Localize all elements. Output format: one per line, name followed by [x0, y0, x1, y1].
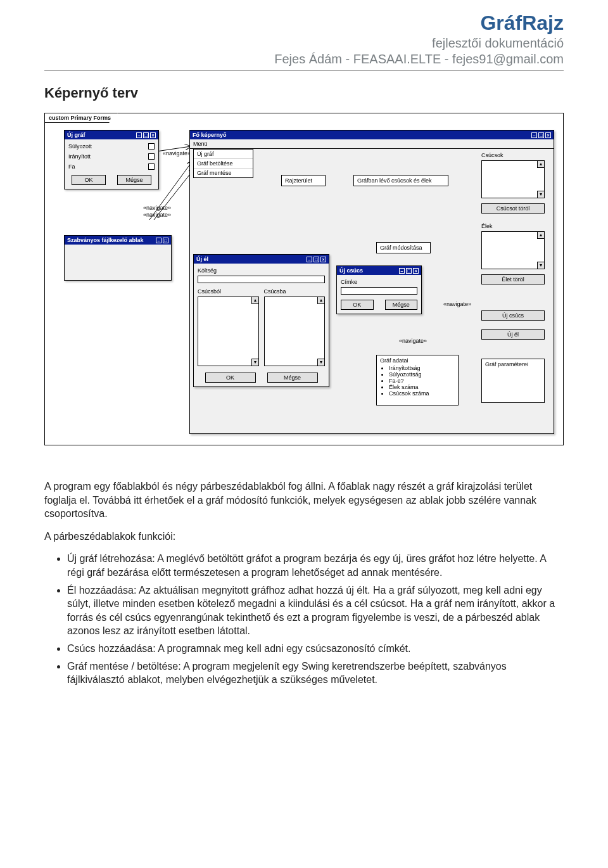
diagram-frame: custom Primary Forms [44, 113, 564, 445]
graf-adatai-item: Csúcsok száma [389, 390, 455, 397]
elek-label: Élek [481, 223, 493, 229]
graf-adatai-item: Irányítottság [389, 365, 455, 371]
list-item: Él hozzáadása: Az aktuálisan megnyitott … [67, 584, 564, 638]
uj-el-ok-button[interactable]: OK [205, 373, 256, 383]
paragraph-funcs-heading: A párbeszédablakok funkciói: [44, 530, 564, 544]
scroll-down-icon[interactable]: ▾ [317, 359, 325, 366]
elek-listbox[interactable]: ▴ ▾ [481, 231, 545, 269]
window-controls[interactable]: –□× [398, 267, 419, 274]
dialog-uj-csucs: Új csúcs –□× Címke OK Mégse [336, 265, 422, 314]
opt-sulyozott-label: Súlyozott [68, 143, 92, 150]
opt-fa-label: Fa [68, 163, 75, 170]
paragraph-intro: A program egy főablakból és négy párbesz… [44, 480, 564, 521]
elet-torol-button[interactable]: Élet töröl [481, 274, 545, 284]
graf-adatai-box: Gráf adatai Irányítottság Súlyozottság F… [376, 355, 459, 405]
dialog-uj-el-title: Új él [196, 256, 208, 262]
body-text: A program egy főablakból és négy párbesz… [44, 480, 564, 687]
navigate-label: «navigate» [399, 338, 427, 344]
cimke-input[interactable] [341, 287, 417, 295]
doc-author: Fejes Ádám - FEASAAI.ELTE - fejes91@gmai… [44, 52, 564, 67]
dialog-uj-graf-title: Új gráf [67, 132, 86, 138]
uj-csucs-cancel-button[interactable]: Mégse [385, 300, 418, 310]
scroll-down-icon[interactable]: ▾ [251, 359, 259, 366]
scroll-down-icon[interactable]: ▾ [537, 191, 545, 198]
frame-tab: custom Primary Forms [44, 113, 118, 123]
doc-header: GráfRajz fejlesztői dokumentáció Fejes Á… [44, 11, 564, 67]
dialog-uj-el: Új él –□× Költség Csúcsból ▴ ▾ Csúcsba [193, 254, 329, 387]
list-item: Gráf mentése / betöltése: A program megj… [67, 660, 564, 687]
csucsok-label: Csúcsok [481, 152, 504, 158]
csucsot-torol-button[interactable]: Csúcsot töröl [481, 203, 545, 214]
menu-item-uj-graf[interactable]: Új gráf [194, 150, 253, 159]
uj-graf-cancel-button[interactable]: Mégse [117, 175, 151, 185]
doc-subtitle: fejlesztői dokumentáció [44, 36, 564, 51]
navigate-label: «navigate» [143, 205, 171, 211]
window-controls[interactable]: –□× [530, 132, 551, 138]
dialog-file-title: Szabványos fájlkezelő ablak [67, 237, 144, 243]
graf-adatai-item: Élek száma [389, 384, 455, 390]
list-item: Új gráf létrehozása: A meglévő betöltött… [67, 552, 564, 579]
doc-title: GráfRajz [44, 11, 564, 35]
uj-graf-ok-button[interactable]: OK [72, 175, 106, 185]
window-controls[interactable]: –□× [305, 256, 326, 262]
csucsbol-label: Csúcsból [198, 288, 259, 295]
graf-parameterei-box: Gráf paraméterei [481, 359, 545, 403]
window-controls[interactable]: –□ [155, 237, 168, 243]
scroll-up-icon[interactable]: ▴ [537, 231, 545, 239]
dialog-uj-csucs-title: Új csúcs [339, 267, 363, 274]
dialog-uj-graf: Új gráf –□× Súlyozott Irányított Fa OK M… [64, 130, 159, 189]
window-controls[interactable]: –□× [135, 132, 156, 138]
menu-bar[interactable]: Menü [190, 139, 554, 149]
cimke-label: Címke [341, 279, 417, 285]
rajzterulet-box: Rajzterület [281, 175, 326, 186]
scroll-down-icon[interactable]: ▾ [537, 262, 545, 269]
graf-adatai-item: Súlyozottság [389, 371, 455, 378]
csucsba-list[interactable]: ▴ ▾ [264, 297, 326, 366]
menu-item-mentes[interactable]: Gráf mentése [194, 169, 253, 177]
scroll-up-icon[interactable]: ▴ [251, 297, 259, 304]
functions-list: Új gráf létrehozása: A meglévő betöltött… [44, 552, 564, 686]
graf-modositasa-box: Gráf módosítása [376, 242, 431, 253]
csucsba-label: Csúcsba [264, 288, 326, 295]
scroll-up-icon[interactable]: ▴ [537, 160, 545, 168]
csucsok-listbox[interactable]: ▴ ▾ [481, 160, 545, 198]
section-heading: Képernyő terv [44, 85, 564, 101]
uj-el-button[interactable]: Új él [481, 329, 545, 340]
opt-sulyozott-checkbox[interactable] [148, 143, 155, 150]
uj-el-cancel-button[interactable]: Mégse [267, 373, 318, 383]
main-window-title: Fő képernyő [193, 132, 227, 138]
graf-adatai-title: Gráf adatai [380, 357, 455, 364]
koltseg-input[interactable] [198, 276, 325, 283]
header-rule [44, 70, 564, 71]
opt-fa-checkbox[interactable] [148, 163, 155, 170]
opt-iranyitott-checkbox[interactable] [148, 153, 155, 160]
uj-csucs-button[interactable]: Új csúcs [481, 310, 545, 321]
csucsbol-list[interactable]: ▴ ▾ [198, 297, 259, 366]
navigate-label: «navigate» [143, 212, 171, 218]
uj-csucs-ok-button[interactable]: OK [341, 300, 374, 310]
graf-list-header: Gráfban lévő csúcsok és élek [353, 175, 448, 186]
list-item: Csúcs hozzáadása: A programnak meg kell … [67, 642, 564, 656]
opt-iranyitott-label: Irányított [68, 153, 91, 160]
graf-adatai-item: Fa-e? [389, 378, 455, 384]
menu-item-betolt[interactable]: Gráf betöltése [194, 159, 253, 169]
dialog-file: Szabványos fájlkezelő ablak –□ [64, 235, 172, 281]
navigate-label: «navigate» [443, 301, 471, 307]
navigate-label: «navigate» [163, 150, 191, 156]
scroll-up-icon[interactable]: ▴ [317, 297, 325, 304]
koltseg-label: Költség [198, 267, 325, 274]
